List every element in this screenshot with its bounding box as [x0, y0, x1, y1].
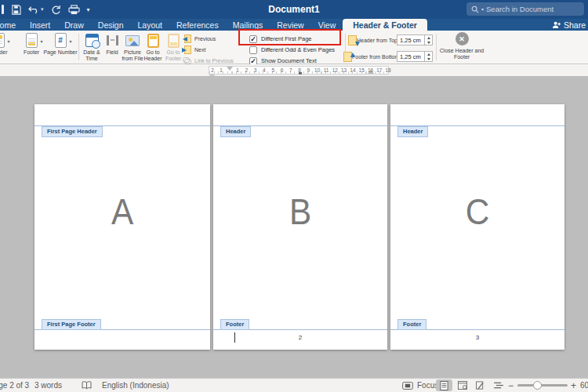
focus-toggle[interactable]: Focus [402, 379, 438, 392]
page-3-body-text[interactable]: C [399, 193, 556, 230]
zoom-percentage[interactable]: 60% [580, 379, 588, 392]
footer-from-bottom-row: Footer from Bottom: [343, 51, 433, 62]
checkbox-box[interactable]: ✓ [249, 35, 257, 43]
header-from-top-input[interactable] [397, 34, 425, 45]
previous-button[interactable]: Previous [183, 34, 216, 43]
document-canvas[interactable]: First Page Header A First Page Footer He… [0, 76, 588, 378]
page-number-button[interactable]: ▾ Page Number [43, 32, 78, 56]
undo-icon[interactable]: ▾ [28, 5, 44, 14]
ruler-number: 18 [385, 67, 390, 74]
share-button[interactable]: Share [552, 19, 586, 31]
print-layout-view-button[interactable] [436, 379, 452, 391]
page-3-footer-page-number[interactable]: 3 [390, 334, 564, 341]
date-time-button[interactable]: Date & Time [81, 32, 103, 63]
toolbar-overflow-icon[interactable]: ▾ [87, 6, 90, 13]
close-icon: ✕ [456, 32, 469, 45]
tab-references[interactable]: References [169, 19, 226, 31]
redo-icon[interactable] [51, 5, 61, 15]
web-layout-view-button[interactable] [454, 379, 470, 391]
page-1[interactable]: First Page Header A First Page Footer [34, 104, 210, 350]
header-from-top-row: Header from Top: [348, 34, 433, 45]
group-separator [78, 34, 79, 60]
tab-design[interactable]: Design [91, 19, 131, 31]
draft-view-button[interactable] [472, 379, 488, 391]
ruler-number: 3 [254, 67, 257, 74]
header-tag: Header [220, 126, 251, 137]
zoom-slider-knob[interactable] [533, 381, 542, 390]
page-number-icon [55, 33, 67, 48]
date-time-icon [85, 34, 99, 47]
footer-tag: Footer [220, 319, 249, 330]
close-header-footer-button[interactable]: ✕ Close Header and Footer [439, 32, 485, 61]
search-icon [471, 2, 479, 16]
search-box[interactable]: ▾ [466, 2, 584, 16]
checkbox-box[interactable]: ✓ [249, 57, 257, 65]
page-2-footer-page-number[interactable]: 2 [213, 334, 387, 341]
tab-insert[interactable]: Insert [23, 19, 57, 31]
footer-button[interactable]: ▾ Footer [16, 32, 46, 56]
go-to-header-icon [147, 34, 159, 48]
tab-home[interactable]: Home [0, 19, 23, 31]
ruler-number: 2 [245, 67, 248, 74]
go-to-header-button[interactable]: Go to Header [142, 32, 164, 63]
footer-from-bottom-input[interactable] [397, 51, 425, 62]
print-icon[interactable] [68, 5, 80, 15]
header-icon [0, 33, 5, 48]
footer-icon [26, 33, 38, 48]
title-bar: ▾ ▾ Document1 ▾ [0, 0, 588, 19]
next-icon [183, 45, 191, 54]
page-1-body-text[interactable]: A [43, 193, 201, 230]
zoom-slider[interactable] [517, 384, 568, 387]
next-button[interactable]: Next [183, 45, 205, 54]
tab-mailings[interactable]: Mailings [226, 19, 270, 31]
footer-from-bottom-stepper[interactable] [425, 51, 433, 62]
ruler-margin-number: 2 [211, 67, 214, 74]
ruler-number: 4 [263, 67, 266, 74]
field-icon [107, 35, 118, 45]
language-selector[interactable]: English (Indonesia) [102, 379, 169, 392]
clipped-toolbar-icon [2, 5, 4, 14]
proofing-icon[interactable] [82, 379, 92, 392]
ruler-number: 1 [236, 67, 239, 74]
checkbox-different-first-page[interactable]: ✓ Different First Page [249, 34, 311, 44]
ribbon-tab-row: Home Insert Draw Design Layout Reference… [0, 19, 588, 31]
page-info[interactable]: Page 2 of 3 [0, 379, 29, 392]
tab-review[interactable]: Review [270, 19, 310, 31]
checkbox-different-odd-even[interactable]: ✓ Different Odd & Even Pages [249, 45, 335, 55]
page-number-dropdown-icon[interactable]: ▾ [69, 38, 71, 44]
tab-draw[interactable]: Draw [57, 19, 91, 31]
search-input[interactable] [486, 5, 572, 13]
header-dropdown-icon[interactable]: ▾ [7, 38, 9, 44]
outline-view-button[interactable] [490, 379, 506, 391]
checkbox-box[interactable]: ✓ [249, 46, 257, 54]
tab-layout[interactable]: Layout [130, 19, 169, 31]
ruler-number: 12 [332, 67, 338, 74]
tab-view[interactable]: View [311, 19, 343, 31]
zoom-out-button[interactable]: − [508, 379, 514, 392]
tab-header-footer[interactable]: Header & Footer [343, 19, 427, 31]
ruler-number: 9 [307, 67, 310, 74]
ruler-number: 15 [359, 67, 365, 74]
ruler-number: 5 [271, 67, 274, 74]
link-icon [183, 56, 191, 65]
first-line-indent-marker[interactable] [227, 67, 233, 71]
save-icon[interactable] [11, 5, 21, 15]
word-count[interactable]: 3 words [34, 379, 62, 392]
page-3[interactable]: Header C Footer 3 [390, 104, 564, 350]
ruler-number: 17 [376, 67, 382, 74]
zoom-in-button[interactable]: + [571, 379, 576, 392]
header-from-top-icon [348, 35, 357, 45]
ruler-number: 7 [289, 67, 292, 74]
go-to-footer-icon [168, 34, 180, 48]
header-from-top-stepper[interactable] [425, 34, 433, 45]
check-icon: ✓ [250, 36, 256, 42]
undo-dropdown-icon[interactable]: ▾ [41, 6, 44, 13]
search-dropdown-icon[interactable]: ▾ [481, 6, 484, 12]
header-button[interactable]: ▾ Header [0, 32, 13, 56]
footer-from-bottom-icon [343, 52, 352, 62]
ruler-number: 6 [281, 67, 284, 74]
ruler-strip[interactable]: 21123456789101112131415161718 [209, 66, 389, 74]
page-2[interactable]: Header B Footer 2 [213, 104, 387, 350]
check-icon: ✓ [250, 58, 256, 64]
page-2-body-text[interactable]: B [222, 193, 379, 230]
